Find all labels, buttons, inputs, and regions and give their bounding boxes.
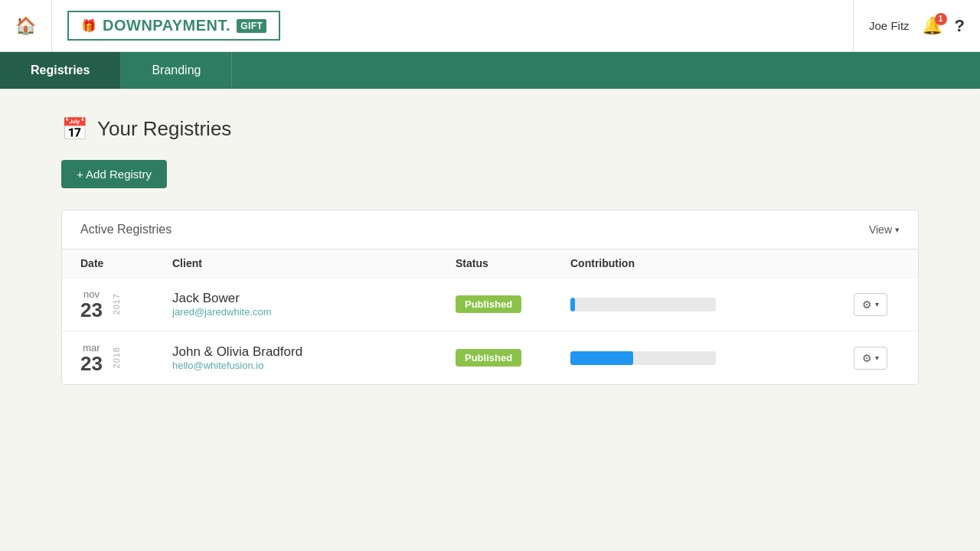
caret-icon-2: ▾ bbox=[875, 354, 879, 362]
date-main-2: mar 23 bbox=[80, 342, 103, 373]
col-actions bbox=[854, 257, 900, 269]
progress-fill-2 bbox=[570, 351, 633, 365]
date-day-1: 23 bbox=[80, 300, 103, 320]
client-cell-1: Jack Bower jared@jaredwhite.com bbox=[172, 291, 456, 318]
view-button[interactable]: View ▾ bbox=[869, 223, 900, 236]
gear-button-1[interactable]: ⚙ ▾ bbox=[854, 293, 887, 316]
gift-icon: 🎁 bbox=[81, 18, 96, 33]
actions-cell-1: ⚙ ▾ bbox=[854, 293, 900, 316]
date-day-2: 23 bbox=[80, 354, 103, 373]
logo-area: 🎁 DOWNPAYMENT.GIFT bbox=[52, 11, 853, 41]
logo-text: DOWNPAYMENT. bbox=[103, 17, 230, 34]
date-year-1: 2017 bbox=[112, 293, 121, 315]
header-right: Joe Fitz 🔔 1 ? bbox=[853, 0, 980, 51]
date-cell-1: nov 23 2017 bbox=[80, 289, 172, 320]
date-year-2: 2018 bbox=[112, 347, 121, 368]
home-icon: 🏠 bbox=[15, 16, 36, 36]
client-email-2: hello@whitefusion.io bbox=[172, 360, 456, 371]
progress-track-1 bbox=[570, 298, 716, 311]
view-label: View bbox=[869, 223, 892, 236]
add-registry-button[interactable]: + Add Registry bbox=[61, 160, 167, 188]
table-row: mar 23 2018 John & Olivia Bradford hello… bbox=[62, 331, 918, 384]
notification-badge: 1 bbox=[935, 13, 947, 25]
help-button[interactable]: ? bbox=[955, 16, 965, 36]
home-button[interactable]: 🏠 bbox=[0, 0, 52, 51]
col-contribution: Contribution bbox=[570, 257, 854, 269]
section-title: Active Registries bbox=[80, 223, 172, 236]
active-registries-card: Active Registries View ▾ Date Client Sta… bbox=[61, 210, 919, 385]
logo: 🎁 DOWNPAYMENT.GIFT bbox=[67, 11, 280, 41]
logo-suffix: GIFT bbox=[237, 19, 266, 33]
user-menu[interactable]: Joe Fitz bbox=[869, 19, 910, 32]
gear-button-2[interactable]: ⚙ ▾ bbox=[854, 347, 887, 370]
actions-cell-2: ⚙ ▾ bbox=[854, 347, 900, 370]
status-badge-2: Published bbox=[456, 349, 521, 367]
gear-icon-1: ⚙ bbox=[862, 298, 872, 311]
add-registry-label: + Add Registry bbox=[77, 168, 152, 181]
date-cell-2: mar 23 2018 bbox=[80, 342, 172, 373]
page-title-area: 📅 Your Registries bbox=[61, 116, 919, 142]
main-content: 📅 Your Registries + Add Registry Active … bbox=[0, 89, 980, 416]
nav-bar: Registries Branding bbox=[0, 52, 980, 89]
progress-fill-1 bbox=[570, 298, 575, 311]
status-cell-2: Published bbox=[456, 349, 570, 367]
chevron-down-icon: ▾ bbox=[895, 225, 900, 235]
gear-icon-2: ⚙ bbox=[862, 352, 872, 364]
client-cell-2: John & Olivia Bradford hello@whitefusion… bbox=[172, 344, 456, 371]
nav-registries[interactable]: Registries bbox=[0, 52, 121, 89]
contribution-cell-2 bbox=[570, 351, 854, 365]
caret-icon-1: ▾ bbox=[875, 300, 879, 308]
date-main-1: nov 23 bbox=[80, 289, 103, 320]
nav-branding-label: Branding bbox=[152, 64, 201, 77]
col-status: Status bbox=[456, 257, 570, 269]
table-row: nov 23 2017 Jack Bower jared@jaredwhite.… bbox=[62, 278, 918, 331]
col-date: Date bbox=[80, 257, 172, 269]
page-title: Your Registries bbox=[97, 117, 231, 141]
calendar-icon: 📅 bbox=[61, 116, 88, 142]
notifications-button[interactable]: 🔔 1 bbox=[922, 16, 942, 36]
status-badge-1: Published bbox=[456, 295, 521, 313]
status-cell-1: Published bbox=[456, 295, 570, 313]
nav-branding[interactable]: Branding bbox=[121, 52, 232, 89]
client-name-2: John & Olivia Bradford bbox=[172, 344, 456, 360]
table-header-row: Active Registries View ▾ bbox=[62, 210, 918, 249]
col-client: Client bbox=[172, 257, 456, 269]
header: 🏠 🎁 DOWNPAYMENT.GIFT Joe Fitz 🔔 1 ? bbox=[0, 0, 980, 52]
nav-registries-label: Registries bbox=[31, 64, 90, 77]
column-headers: Date Client Status Contribution bbox=[62, 249, 918, 278]
progress-track-2 bbox=[570, 351, 716, 365]
client-name-1: Jack Bower bbox=[172, 291, 456, 306]
client-email-1: jared@jaredwhite.com bbox=[172, 306, 456, 318]
contribution-cell-1 bbox=[570, 298, 854, 311]
